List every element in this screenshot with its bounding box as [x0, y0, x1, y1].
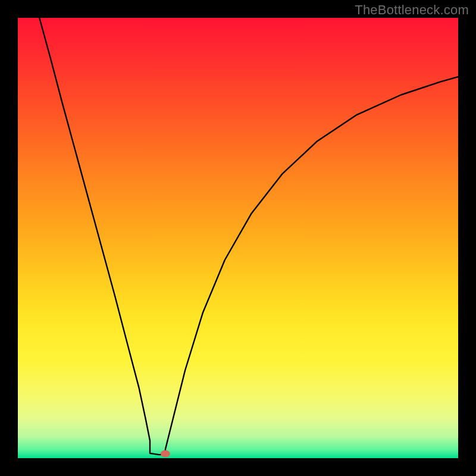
- chart-frame: TheBottleneck.com: [0, 0, 476, 476]
- bottleneck-curve: [39, 18, 458, 455]
- plot-area: [18, 18, 458, 458]
- optimal-point-marker: [161, 450, 170, 458]
- watermark-text: TheBottleneck.com: [355, 2, 469, 18]
- curve-svg: [18, 18, 458, 458]
